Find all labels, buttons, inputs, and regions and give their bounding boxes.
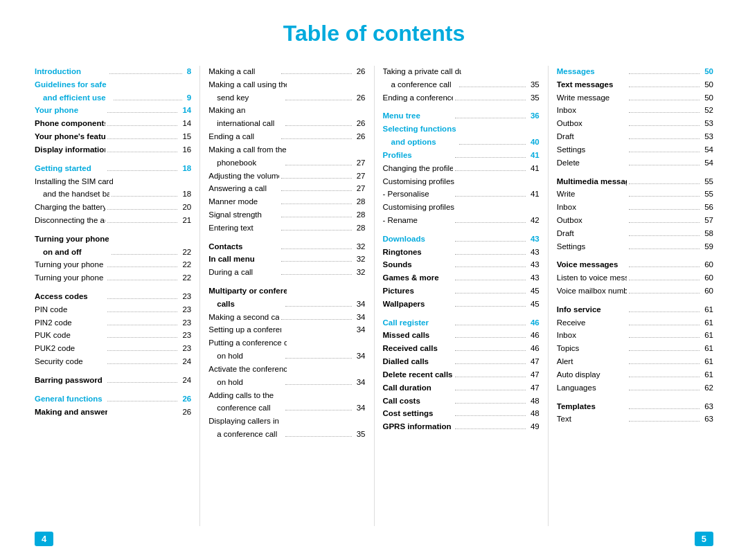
toc-entry-text: Settings bbox=[557, 144, 627, 156]
toc-entry-text: Draft bbox=[557, 131, 627, 143]
toc-entry-num: 14 bbox=[182, 105, 191, 117]
toc-entry: Multimedia messages55 bbox=[557, 176, 713, 188]
toc-dots bbox=[285, 436, 352, 437]
toc-entry-num: 20 bbox=[182, 201, 191, 214]
toc-entry-num: 55 bbox=[704, 176, 713, 188]
toc-entry: Messages50 bbox=[557, 66, 713, 78]
toc-entry: Turning your phone OFF22 bbox=[35, 272, 191, 284]
toc-entry-text: Voice mailbox number bbox=[557, 285, 627, 298]
toc-dots bbox=[629, 125, 700, 126]
toc-entry-num: 26 bbox=[182, 406, 191, 419]
toc-dots bbox=[629, 235, 700, 236]
toc-entry-text: Receive bbox=[557, 317, 627, 329]
toc-dots bbox=[629, 267, 700, 267]
toc-entry-text: Draft bbox=[557, 228, 627, 240]
toc-entry: PIN2 code23 bbox=[35, 317, 191, 329]
toc-entry: calls34 bbox=[208, 298, 365, 311]
toc-entry-num: 52 bbox=[704, 105, 713, 117]
toc-entry-num: 34 bbox=[357, 298, 366, 311]
toc-entry-text: Phone components bbox=[35, 118, 105, 130]
toc-entry-text: calls bbox=[208, 298, 283, 311]
toc-entry-text: Missed calls bbox=[383, 329, 454, 342]
toc-entry: Settings59 bbox=[557, 241, 713, 253]
toc-entry: During a call32 bbox=[208, 267, 365, 279]
toc-dots bbox=[281, 261, 352, 262]
toc-entry-text: Customising profiles bbox=[383, 201, 461, 214]
toc-dots bbox=[109, 73, 182, 74]
toc-entry: Delete recent calls47 bbox=[383, 369, 540, 381]
toc-entry-num: 43 bbox=[531, 259, 540, 271]
toc-entry-num: 63 bbox=[704, 401, 713, 413]
toc-entry-text: Delete recent calls bbox=[383, 369, 454, 381]
toc-entry-text: PUK code bbox=[35, 329, 105, 342]
toc-entry: Your phone's features15 bbox=[35, 131, 191, 143]
toc-entry-num: 49 bbox=[531, 421, 540, 433]
toc-entry-text: Manner mode bbox=[208, 196, 279, 208]
columns-wrapper: Introduction8Guidelines for safeand effi… bbox=[35, 66, 713, 526]
toc-entry-num: 48 bbox=[531, 395, 540, 408]
col-divider-1 bbox=[199, 66, 200, 526]
toc-dots bbox=[629, 138, 700, 139]
toc-entry-num: 24 bbox=[182, 374, 191, 387]
toc-entry-text: Customising profiles bbox=[383, 176, 461, 188]
toc-dots bbox=[629, 377, 700, 377]
toc-dots bbox=[455, 428, 526, 429]
toc-entry: GPRS information49 bbox=[383, 421, 540, 433]
toc-entry: phonebook27 bbox=[208, 157, 365, 170]
toc-dots bbox=[285, 100, 352, 100]
toc-entry-num: 56 bbox=[704, 201, 713, 214]
toc-entry-text: and the handset battery bbox=[35, 188, 109, 201]
toc-dots bbox=[629, 87, 700, 87]
toc-entry-text: - Personalise bbox=[383, 188, 454, 201]
toc-entry-text: Your phone's features bbox=[35, 131, 105, 143]
toc-entry-num: 47 bbox=[531, 356, 540, 368]
toc-entry: Call costs48 bbox=[383, 395, 540, 408]
toc-entry-text: In call menu bbox=[208, 253, 279, 266]
toc-entry-num: 58 bbox=[704, 228, 713, 240]
toc-entry-num: 26 bbox=[357, 92, 366, 105]
toc-entry: - Rename42 bbox=[383, 215, 540, 227]
toc-entry-num: 54 bbox=[704, 144, 713, 156]
toc-dots bbox=[107, 401, 178, 401]
toc-entry-text: send key bbox=[208, 92, 283, 105]
toc-entry: Wallpapers45 bbox=[383, 298, 540, 311]
spacer bbox=[383, 105, 540, 110]
toc-entry-num: 34 bbox=[357, 324, 366, 336]
page: Table of contents Introduction8Guideline… bbox=[0, 0, 748, 560]
toc-entry-text: Security code bbox=[35, 356, 105, 368]
toc-entry-text: Ending a call bbox=[208, 131, 279, 143]
toc-dots bbox=[112, 254, 178, 255]
toc-entry-text: Making a second call bbox=[208, 311, 279, 324]
toc-entry-num: 59 bbox=[704, 241, 713, 253]
toc-entry-text: Delete bbox=[557, 157, 627, 170]
toc-entry: PIN code23 bbox=[35, 304, 191, 316]
toc-entry-text: Putting a conference call bbox=[208, 337, 287, 350]
toc-entry-text: Cost settings bbox=[383, 408, 454, 420]
toc-entry: Display information16 bbox=[35, 144, 191, 156]
toc-dots bbox=[629, 350, 700, 351]
toc-dots bbox=[455, 157, 526, 158]
toc-dots bbox=[107, 152, 178, 152]
col-divider-2 bbox=[374, 66, 375, 526]
toc-entry-text: a conference call bbox=[208, 428, 283, 441]
toc-entry-text: Wallpapers bbox=[383, 298, 454, 311]
toc-entry: - Personalise41 bbox=[383, 188, 540, 201]
toc-entry-num: 45 bbox=[531, 285, 540, 298]
toc-entry: Answering a call27 bbox=[208, 183, 365, 195]
toc-entry-num: 41 bbox=[531, 150, 540, 162]
toc-entry: Profiles41 bbox=[383, 150, 540, 162]
toc-entry: Phone components14 bbox=[35, 118, 191, 130]
toc-entry-num: 22 bbox=[182, 259, 191, 271]
toc-entry: Dialled calls47 bbox=[383, 356, 540, 368]
toc-dots bbox=[107, 311, 178, 312]
toc-entry-text: Making a call bbox=[208, 66, 279, 78]
toc-entry: Inbox52 bbox=[557, 105, 713, 117]
toc-entry-text: - Rename bbox=[383, 215, 454, 227]
toc-entry: Pictures45 bbox=[383, 285, 540, 298]
toc-entry: Contacts32 bbox=[208, 241, 365, 253]
toc-entry: Turning your phone ON22 bbox=[35, 259, 191, 271]
toc-dots bbox=[107, 363, 178, 364]
column-1: Introduction8Guidelines for safeand effi… bbox=[35, 66, 197, 526]
column-4: Messages50Text messages50Write message50… bbox=[551, 66, 713, 526]
toc-entry: send key26 bbox=[208, 92, 365, 105]
